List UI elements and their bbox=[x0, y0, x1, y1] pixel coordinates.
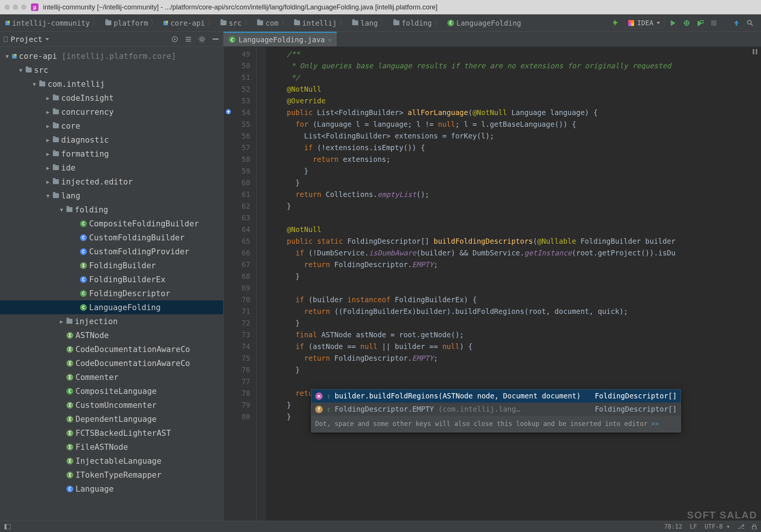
tree-node[interactable]: CustomFoldingBuilder bbox=[0, 231, 223, 244]
line-number[interactable]: 60 bbox=[226, 177, 250, 189]
code-line[interactable]: return FoldingDescriptor.EMPTY; bbox=[270, 352, 757, 364]
code-line[interactable]: if (!extensions.isEmpty()) { bbox=[270, 142, 757, 154]
tree-node[interactable]: ▶ injection bbox=[0, 314, 223, 328]
code-line[interactable]: } bbox=[270, 317, 757, 329]
code-line[interactable]: for (Language l = language; l != null; l… bbox=[270, 118, 757, 130]
tree-node[interactable]: CompositeLanguage bbox=[0, 384, 223, 398]
encoding[interactable]: UTF-8 ▾ bbox=[705, 523, 730, 530]
line-number[interactable]: 55 bbox=[226, 118, 250, 130]
tree-arrow[interactable]: ▶ bbox=[45, 123, 51, 129]
code-line[interactable]: return extensions; bbox=[270, 154, 757, 165]
line-number[interactable]: 64 bbox=[226, 224, 250, 235]
line-number[interactable]: 57 bbox=[226, 142, 250, 154]
code-line[interactable]: public static FoldingDescriptor[] buildF… bbox=[270, 235, 757, 247]
code-editor[interactable]: /** * Only queries base language results… bbox=[266, 47, 761, 521]
code-line[interactable]: @NotNull bbox=[270, 83, 757, 95]
tree-arrow[interactable]: ▶ bbox=[45, 151, 51, 157]
line-number[interactable]: 69 bbox=[226, 282, 250, 294]
tree-arrow[interactable]: ▶ bbox=[45, 179, 51, 185]
code-line[interactable] bbox=[270, 212, 757, 224]
breadcrumb-item[interactable]: LanguageFolding bbox=[444, 17, 524, 29]
build-button[interactable] bbox=[610, 18, 620, 28]
readonly-lock-icon[interactable] bbox=[752, 524, 756, 529]
tree-arrow[interactable]: ▼ bbox=[18, 67, 23, 73]
tree-node[interactable]: FoldingBuilder bbox=[0, 258, 223, 272]
line-number[interactable]: 72 bbox=[226, 317, 250, 329]
locate-file-button[interactable] bbox=[171, 35, 179, 43]
tree-node[interactable]: ASTNode bbox=[0, 328, 223, 342]
close-tab-button[interactable]: ✕ bbox=[328, 36, 332, 43]
code-line[interactable]: } bbox=[270, 177, 757, 189]
line-number[interactable]: 71 bbox=[226, 306, 250, 317]
code-line[interactable] bbox=[270, 376, 757, 387]
line-number[interactable]: 56 bbox=[226, 130, 250, 142]
caret-position[interactable]: 78:12 bbox=[664, 523, 682, 530]
breadcrumb-item[interactable]: intellij〉 bbox=[291, 17, 350, 29]
tree-node[interactable]: ▶ codeInsight bbox=[0, 91, 223, 105]
line-number[interactable]: 61 bbox=[226, 189, 250, 200]
search-everywhere-button[interactable] bbox=[745, 18, 755, 28]
hide-panel-button[interactable] bbox=[212, 35, 219, 43]
code-line[interactable]: } bbox=[270, 271, 757, 282]
autocomplete-more-link[interactable]: >> bbox=[651, 420, 659, 427]
line-number[interactable]: 49 bbox=[226, 48, 250, 60]
code-line[interactable]: if (astNode == null || builder == null) … bbox=[270, 341, 757, 352]
tree-node[interactable]: ▼ core-api[intellij.platform.core] bbox=[0, 49, 223, 63]
tree-node[interactable]: ▼ com.intellij bbox=[0, 77, 223, 91]
line-number[interactable]: 75 bbox=[226, 352, 250, 364]
tree-node[interactable]: ▶ core bbox=[0, 119, 223, 133]
code-line[interactable]: } bbox=[270, 364, 757, 376]
gutter[interactable]: 4950515253545556575859606162636465666768… bbox=[223, 47, 257, 521]
project-tree[interactable]: ▼ core-api[intellij.platform.core]▼ src▼… bbox=[0, 47, 223, 521]
line-number[interactable]: 67 bbox=[226, 259, 250, 271]
code-line[interactable]: } bbox=[270, 200, 757, 212]
settings-gear-icon[interactable] bbox=[198, 35, 206, 43]
line-number[interactable]: 80 bbox=[226, 411, 250, 423]
line-separator[interactable]: LF bbox=[690, 523, 697, 530]
project-title[interactable]: Project bbox=[4, 35, 167, 44]
tree-node[interactable]: ▶ concurrency bbox=[0, 105, 223, 119]
fold-column[interactable] bbox=[257, 47, 266, 521]
line-number[interactable]: 76 bbox=[226, 364, 250, 376]
code-line[interactable]: public List<FoldingBuilder> allForLangua… bbox=[270, 107, 757, 118]
tree-node[interactable]: ▼ src bbox=[0, 63, 223, 77]
tree-node[interactable]: CustomUncommenter bbox=[0, 398, 223, 412]
tree-node[interactable]: FoldingDescriptor bbox=[0, 286, 223, 300]
run-config-selector[interactable]: IDEA bbox=[624, 17, 664, 28]
line-number[interactable]: 68 bbox=[226, 271, 250, 282]
tree-node[interactable]: LanguageFolding bbox=[0, 300, 223, 314]
line-number[interactable]: 73 bbox=[226, 329, 250, 341]
run-button[interactable] bbox=[668, 18, 678, 28]
tree-node[interactable]: CustomFoldingProvider bbox=[0, 244, 223, 258]
coverage-button[interactable] bbox=[695, 18, 705, 28]
breadcrumb-item[interactable]: core-api〉 bbox=[160, 17, 217, 29]
tree-arrow[interactable]: ▼ bbox=[45, 193, 51, 199]
line-number[interactable]: 59 bbox=[226, 165, 250, 177]
tree-node[interactable]: CodeDocumentationAwareCo bbox=[0, 342, 223, 356]
code-line[interactable]: */ bbox=[270, 72, 757, 83]
tree-arrow[interactable]: ▶ bbox=[45, 137, 51, 143]
line-number[interactable]: 78 bbox=[226, 387, 250, 399]
vcs-update-button[interactable] bbox=[732, 18, 741, 28]
line-number[interactable]: 79 bbox=[226, 399, 250, 411]
tree-node[interactable]: InjectableLanguage bbox=[0, 454, 223, 468]
code-line[interactable]: final ASTNode astNode = root.getNode(); bbox=[270, 329, 757, 341]
tree-node[interactable]: ▼ lang bbox=[0, 189, 223, 203]
tree-node[interactable]: ▶ diagnostic bbox=[0, 133, 223, 147]
expand-all-button[interactable] bbox=[185, 35, 192, 43]
breadcrumb-item[interactable]: folding〉 bbox=[390, 17, 444, 29]
code-line[interactable]: @NotNull bbox=[270, 224, 757, 235]
line-number[interactable]: 53 bbox=[226, 95, 250, 107]
tree-node[interactable]: FCTSBackedLighterAST bbox=[0, 426, 223, 440]
code-line[interactable]: return Collections.emptyList(); bbox=[270, 189, 757, 200]
line-number[interactable]: 62 bbox=[226, 200, 250, 212]
breadcrumb-item[interactable]: intellij-community〉 bbox=[2, 17, 102, 29]
code-line[interactable] bbox=[270, 282, 757, 294]
line-number[interactable]: 51 bbox=[226, 72, 250, 83]
close-window-button[interactable] bbox=[5, 5, 10, 10]
breadcrumb-item[interactable]: com〉 bbox=[254, 17, 291, 29]
code-line[interactable]: if (!DumbService.isDumbAware(builder) &&… bbox=[270, 247, 757, 259]
tree-node[interactable]: CodeDocumentationAwareCo bbox=[0, 356, 223, 370]
tree-node[interactable]: ▶ ide bbox=[0, 161, 223, 175]
tool-window-toggle[interactable] bbox=[5, 524, 11, 529]
